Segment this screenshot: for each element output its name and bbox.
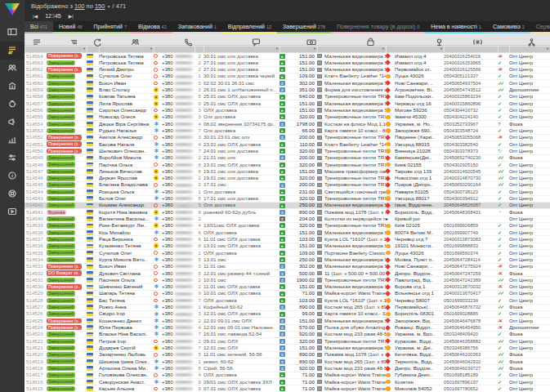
- client-name[interactable]: Ковпак Татьяна: [99, 94, 154, 100]
- phone[interactable]: +380: [162, 229, 195, 235]
- client-name[interactable]: Раца Вероніка: [99, 236, 154, 242]
- client-name[interactable]: Влас Слотюу: [99, 87, 154, 93]
- delivery-address[interactable]: Південне (Харкі..: [395, 135, 444, 140]
- delivery-address[interactable]: Губиниха Днеп..: [395, 372, 444, 378]
- product-name[interactable]: Маленькая видеокамера SQ8 *..: [324, 256, 386, 262]
- status-tab[interactable]: Нема в наявності 1: [425, 21, 487, 33]
- filter-count[interactable]: [195, 47, 203, 52]
- order-comment[interactable]: 19.01 смс олх доставка: [203, 176, 279, 181]
- delivery-address[interactable]: Наварія 81105: [395, 189, 444, 194]
- tracking-number[interactable]: 20450646039727: [444, 365, 498, 371]
- delivery-address[interactable]: Нові Санжари, ..: [395, 264, 444, 270]
- filter-channel[interactable]: ▼: [510, 47, 550, 52]
- table-row[interactable]: 514561 Завершений Сучилов Олег +380 1 30…: [25, 74, 550, 80]
- tracking-number[interactable]: 0504304416732: [444, 108, 498, 114]
- delivery-address[interactable]: Киев 02155: [395, 162, 444, 167]
- table-row[interactable]: 514525 Повернення (з.. Кошеленко Данил +…: [25, 318, 550, 324]
- phone[interactable]: +380: [162, 277, 195, 283]
- table-row[interactable]: 514544 Завершений Рокіцька Ольга +380 1 …: [25, 189, 550, 195]
- client-name[interactable]: Кузьменко Тетяна: [99, 243, 154, 249]
- client-name[interactable]: Кошеленко Данил: [99, 318, 154, 323]
- product-name[interactable]: Тренировочные петли TRX Train..: [324, 155, 386, 161]
- order-comment[interactable]: 12.01 09.01 смс ОЛХ: [203, 318, 279, 323]
- tracking-number[interactable]: 20400315860896: [444, 100, 498, 106]
- order-comment[interactable]: 13.01 смс: [203, 256, 279, 262]
- phone[interactable]: +380: [162, 176, 195, 181]
- status-tab[interactable]: Запакований 1: [172, 21, 222, 33]
- order-comment[interactable]: 12.01 смс ОЛХ доставка: [203, 311, 279, 317]
- sidebar-item-dashboard[interactable]: [0, 24, 25, 42]
- delivery-address[interactable]: Таірове отд 139: [395, 168, 444, 174]
- client-name[interactable]: Басова Наталя: [99, 141, 154, 147]
- client-name[interactable]: Линьков Вячеслав: [99, 168, 154, 174]
- phone[interactable]: +380: [162, 372, 195, 378]
- product-name[interactable]: Клатч Baellerry Leather *1487* (1..: [324, 74, 386, 79]
- tracking-number[interactable]: 20450654937504: [444, 80, 498, 86]
- product-name[interactable]: Маленькая видеокамера SQ8 *..: [324, 345, 386, 350]
- order-comment[interactable]: 13/01смс ОЛХ доставка: [203, 223, 279, 229]
- tracking-number[interactable]: 20400315863234: [444, 94, 498, 100]
- client-name[interactable]: Акилов Александр: [99, 135, 154, 140]
- delivery-address[interactable]: Ізюм, Відділенн..: [395, 203, 444, 208]
- client-name[interactable]: Юлія Первова: [99, 325, 154, 331]
- order-comment[interactable]: 10.01 смс ОЛХ доставка: [203, 291, 279, 296]
- status-tab[interactable]: Сервіси 0: [530, 21, 550, 33]
- phone[interactable]: +380: [162, 87, 195, 93]
- order-comment[interactable]: 11.01 смс ОЛХ доставка: [203, 284, 279, 290]
- client-name[interactable]: Бокоч Иван: [99, 264, 154, 270]
- phone[interactable]: +380: [162, 318, 195, 323]
- tracking-number[interactable]: 20400314870730: [444, 176, 498, 181]
- client-name[interactable]: Пасічник Ольга: [99, 277, 154, 283]
- delivery-address[interactable]: Вільнянськ отд 1: [395, 291, 444, 296]
- product-name[interactable]: Карта памяти 10 класс - 8Гб *12..: [324, 127, 386, 133]
- table-row[interactable]: 514532 DO Возврат ск.. Дукович Світлана …: [25, 270, 550, 277]
- filter-flag[interactable]: [87, 47, 99, 52]
- product-name[interactable]: Маленькая видеокамера SQ8 *..: [324, 203, 386, 208]
- delivery-address[interactable]: Іванічи 45300: [395, 114, 444, 120]
- client-name[interactable]: Власюк Ніна Василі..: [99, 332, 154, 337]
- phone[interactable]: +380: [162, 189, 195, 194]
- tracking-number[interactable]: 0504303378373: [444, 148, 498, 154]
- product-name[interactable]: Клатч Baellerry Leather *1487* (1..: [324, 141, 386, 147]
- client-name[interactable]: Рожко Анна: [99, 305, 154, 310]
- tracking-number[interactable]: 20450646454950: [444, 325, 498, 331]
- order-comment[interactable]: ОЛХ доставка: [203, 297, 279, 303]
- order-comment[interactable]: 25.01 смс ОЛХ доставка: [203, 94, 279, 100]
- order-comment[interactable]: Олх доставка: [203, 127, 279, 133]
- phone[interactable]: +380: [162, 264, 195, 270]
- delivery-address[interactable]: Украина, м. Но..: [395, 121, 444, 127]
- order-comment[interactable]: 30.01 смс олх доставка черній: [203, 74, 279, 79]
- product-name[interactable]: Тренировочные петли TRX Train..: [324, 94, 386, 100]
- client-name[interactable]: Свідро Ігор: [99, 311, 154, 317]
- order-comment[interactable]: 16.01 смс лаванда,52-54: [203, 332, 279, 337]
- client-name[interactable]: Бєлов Олег: [99, 196, 154, 202]
- phone[interactable]: +380: [162, 216, 195, 222]
- sidebar-item-support[interactable]: [0, 185, 25, 203]
- product-name[interactable]: Маленькая видеокамера SQ8 *..: [324, 53, 386, 59]
- status-tab[interactable]: Відправлений 12: [222, 21, 277, 33]
- tracking-number[interactable]: 20450650290164: [444, 182, 498, 188]
- client-name[interactable]: Головінова Олексан..: [99, 372, 154, 378]
- product-name[interactable]: Костюм мод 233 разм,48-58 (1..: [324, 332, 386, 337]
- phone[interactable]: +380: [162, 148, 195, 154]
- delivery-address[interactable]: Запоріжжя 690..: [395, 127, 444, 133]
- tracking-number[interactable]: [444, 216, 498, 222]
- client-name[interactable]: Дацюк Віра Сергіївна: [99, 121, 154, 127]
- delivery-address[interactable]: Чернівці отд 7: [395, 236, 444, 242]
- delivery-address[interactable]: Луцьк 43026: [395, 74, 444, 79]
- client-name[interactable]: Петров Ігор: [99, 338, 154, 344]
- table-row[interactable]: 514557 Завершений Лила Ярослав +380 0 25…: [25, 100, 550, 107]
- phone[interactable]: +380: [162, 114, 195, 120]
- delivery-address[interactable]: Рованці, Відділ..: [395, 325, 444, 331]
- delivery-address[interactable]: Новосілки отд 1: [395, 176, 444, 181]
- client-name[interactable]: Шелкович Олексан..: [99, 148, 154, 154]
- tracking-number[interactable]: 20400316154016: [444, 53, 498, 59]
- status-tab[interactable]: Всі 471: [25, 21, 53, 33]
- order-comment[interactable]: Кофейный 60-62: [203, 305, 279, 310]
- phone[interactable]: +380: [162, 94, 195, 100]
- phone[interactable]: +380: [162, 121, 195, 127]
- delivery-address[interactable]: Курахове, Відді..: [395, 338, 444, 344]
- order-comment[interactable]: Олх доставка: [203, 114, 279, 120]
- table-row[interactable]: 514536 Завершений Кузьменко Тетяна +380 …: [25, 243, 550, 250]
- delivery-address[interactable]: Бориспіль 08301: [395, 311, 444, 317]
